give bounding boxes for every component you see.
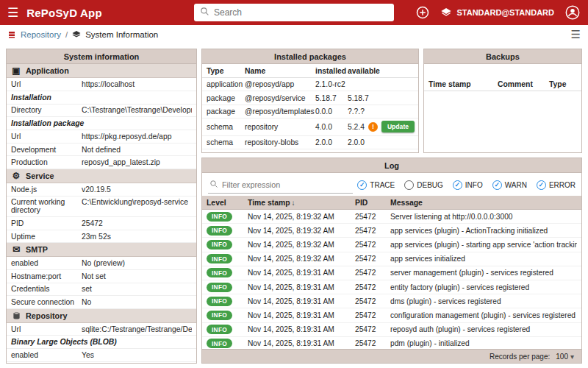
col-timestamp[interactable]: Time stamp↓ bbox=[248, 199, 355, 207]
level-badge: INFO bbox=[207, 283, 232, 292]
database-icon bbox=[11, 311, 21, 320]
menu-icon[interactable]: ☰ bbox=[7, 7, 18, 19]
subsection-installation-package: Installation package bbox=[7, 117, 196, 130]
log-row: INFO Nov 14, 2025, 8:19:31 AM 25472 serv… bbox=[202, 266, 581, 280]
page-menu-icon[interactable]: ☰ bbox=[571, 28, 581, 41]
level-badge: INFO bbox=[207, 297, 232, 306]
section-application: ▣ Application bbox=[7, 64, 196, 78]
breadcrumb-current: System Information bbox=[85, 30, 158, 39]
level-badge: INFO bbox=[207, 240, 232, 250]
section-label: Repository bbox=[26, 311, 67, 320]
package-row: application @reposyd/app 2.1.0-rc2 bbox=[202, 78, 418, 91]
level-badge: INFO bbox=[207, 339, 232, 348]
level-toggle-debug[interactable]: DEBUG bbox=[404, 180, 443, 190]
info-row: Uptime 23m 52s bbox=[7, 230, 196, 244]
log-row: INFO Nov 14, 2025, 8:19:31 AM 25472 pdm … bbox=[202, 337, 581, 349]
section-repository: Repository bbox=[7, 309, 196, 323]
backups-table-header: Time stamp Comment Type bbox=[424, 77, 581, 91]
info-row: Development Not defined bbox=[7, 144, 196, 157]
level-toggle-info[interactable]: ✓ INFO bbox=[453, 180, 483, 190]
level-toggle-trace[interactable]: ✓ TRACE bbox=[357, 180, 395, 190]
app-header: ☰ RePoSyD App STANDARD@STANDARD bbox=[0, 0, 588, 25]
log-row: INFO Nov 14, 2025, 8:19:32 AM 25472 app … bbox=[202, 252, 581, 266]
log-footer: Records per page: 100 ▾ bbox=[202, 349, 581, 363]
info-row: Node.js v20.19.5 bbox=[7, 183, 196, 197]
filter-expression-field[interactable] bbox=[208, 177, 353, 194]
update-warning-icon: ! bbox=[368, 122, 378, 132]
add-button[interactable] bbox=[415, 5, 430, 20]
info-row: Production reposyd_app_latest.zip bbox=[7, 156, 196, 169]
update-button[interactable]: Update bbox=[381, 121, 415, 132]
info-row: Current working directory C:\Entwicklung… bbox=[7, 197, 196, 218]
app-title: RePoSyD App bbox=[26, 7, 102, 19]
info-row: Url https://localhost bbox=[7, 78, 196, 91]
level-badge: INFO bbox=[207, 311, 232, 320]
search-input[interactable] bbox=[214, 7, 388, 18]
filter-search-icon bbox=[209, 178, 218, 191]
level-toggle-warn[interactable]: ✓ WARN bbox=[492, 180, 527, 190]
packages-table-header: Type Name installed available bbox=[202, 64, 418, 78]
col-type: Type bbox=[549, 80, 577, 88]
subsection-installation: Installation bbox=[7, 91, 196, 105]
account-label: STANDARD@STANDARD bbox=[456, 8, 554, 17]
records-per-page-select[interactable]: 100 ▾ bbox=[556, 353, 574, 361]
info-row: Credentials set bbox=[7, 283, 196, 297]
standard-selector-button[interactable]: STANDARD@STANDARD bbox=[440, 7, 554, 18]
level-toggle-error[interactable]: ✓ ERROR bbox=[537, 180, 576, 190]
info-row: enabled No (preview) bbox=[7, 257, 196, 270]
checked-circle-icon: ✓ bbox=[453, 180, 462, 190]
log-row: INFO Nov 14, 2025, 8:19:32 AM 25472 app … bbox=[202, 238, 581, 252]
system-information-panel: System information ▣ Application Url htt… bbox=[6, 49, 197, 364]
level-badge: INFO bbox=[207, 254, 232, 263]
col-pid: PID bbox=[355, 199, 390, 207]
log-row: INFO Nov 14, 2025, 8:19:32 AM 25472 Serv… bbox=[202, 210, 581, 224]
log-row: INFO Nov 14, 2025, 8:19:31 AM 25472 enti… bbox=[202, 280, 581, 294]
info-row: Directory C:\Testrange\Testrange\Develop… bbox=[7, 105, 196, 118]
col-installed: installed bbox=[315, 67, 348, 75]
backups-panel: Backups Time stamp Comment Type bbox=[423, 49, 582, 153]
layers-icon bbox=[440, 7, 452, 18]
package-row: package @reposyd/templates 0.0.0 ?.?.? bbox=[202, 105, 418, 118]
dropdown-icon: ▾ bbox=[570, 353, 574, 361]
account-circle-icon[interactable] bbox=[564, 4, 581, 21]
filter-expression-input[interactable] bbox=[222, 180, 351, 189]
info-row: Url sqlite:C:/Testrange/Testrange/Develo… bbox=[7, 323, 196, 336]
col-type: Type bbox=[207, 67, 245, 75]
system-info-icon bbox=[72, 30, 81, 39]
checked-circle-icon: ✓ bbox=[492, 180, 502, 190]
section-smtp: ✉ SMTP bbox=[7, 243, 196, 257]
checked-circle-icon: ✓ bbox=[537, 180, 546, 190]
log-panel: Log ✓ TRACE DEBUG bbox=[201, 158, 582, 364]
breadcrumb-repository-link[interactable]: Repository bbox=[21, 30, 61, 39]
system-information-title: System information bbox=[7, 49, 196, 64]
col-comment: Comment bbox=[498, 80, 549, 88]
backups-title: Backups bbox=[424, 49, 581, 64]
package-row: schema repository 4.0.0 5.2.4 ! Update bbox=[202, 118, 418, 135]
section-label: SMTP bbox=[26, 245, 48, 254]
section-label: Application bbox=[26, 66, 69, 75]
level-badge: INFO bbox=[207, 226, 232, 236]
subsection-blob: Binary Large Objects (BLOB) bbox=[7, 336, 196, 349]
checked-circle-icon: ✓ bbox=[357, 180, 367, 190]
info-row: Url {repository.url}?database=reposyd-bl… bbox=[7, 362, 196, 364]
application-icon: ▣ bbox=[11, 66, 21, 75]
info-row: Url https://pkg.reposyd.de/app bbox=[7, 130, 196, 144]
section-service: ⚙ Service bbox=[7, 169, 196, 183]
sort-desc-icon: ↓ bbox=[292, 199, 295, 207]
package-row: package @reposyd/service 5.18.7 5.18.7 bbox=[202, 91, 418, 105]
log-row: INFO Nov 14, 2025, 8:19:31 AM 25472 conf… bbox=[202, 308, 581, 322]
search-box[interactable] bbox=[194, 4, 394, 21]
records-per-page-label: Records per page: bbox=[490, 353, 550, 361]
envelope-icon: ✉ bbox=[11, 245, 21, 254]
info-row: PID 25472 bbox=[7, 217, 196, 230]
package-row: schema repository-blobs 2.0.0 2.0.0 bbox=[202, 136, 418, 149]
col-available: available bbox=[348, 67, 414, 75]
log-filter-bar: ✓ TRACE DEBUG ✓ INFO ✓ WARN bbox=[202, 173, 581, 196]
info-row: Hostname:port Not set bbox=[7, 270, 196, 283]
level-badge: INFO bbox=[207, 268, 232, 277]
log-rows: INFO Nov 14, 2025, 8:19:32 AM 25472 Serv… bbox=[202, 210, 581, 349]
level-badge: INFO bbox=[207, 212, 232, 222]
level-badge: INFO bbox=[207, 325, 232, 334]
log-row: INFO Nov 14, 2025, 8:19:32 AM 25472 app … bbox=[202, 224, 581, 238]
info-row: Secure connection No bbox=[7, 296, 196, 309]
